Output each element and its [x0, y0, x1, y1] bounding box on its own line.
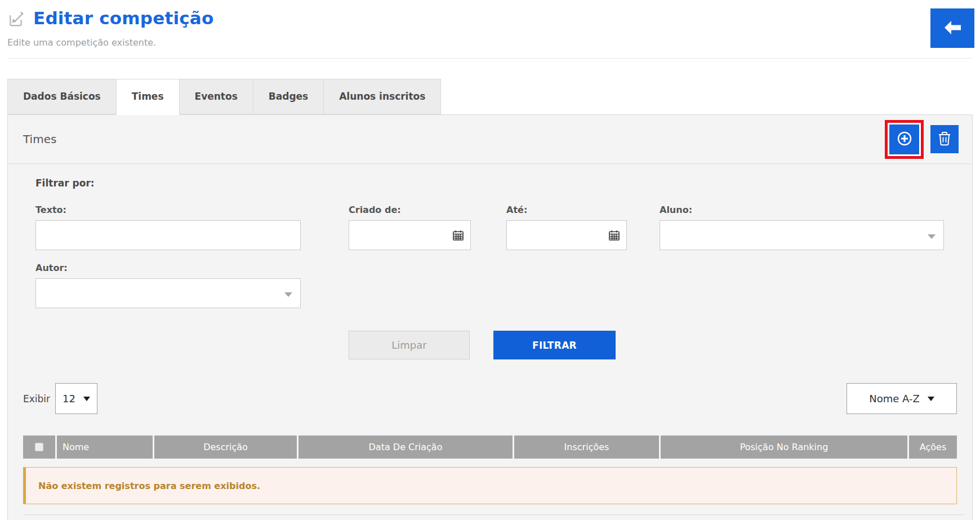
limpar-button[interactable]: Limpar: [349, 331, 470, 359]
page-title: Editar competição: [33, 8, 213, 28]
criado-de-date-input[interactable]: [349, 220, 471, 250]
tab-alunos-inscritos[interactable]: Alunos inscritos: [323, 79, 441, 114]
footer-divider: [23, 514, 965, 515]
tab-dados-basicos[interactable]: Dados Básicos: [7, 79, 117, 114]
add-team-button[interactable]: [889, 125, 919, 154]
column-header-nome[interactable]: Nome: [57, 435, 153, 459]
exibir-label: Exibir: [23, 393, 50, 405]
column-header-posicao-no-ranking[interactable]: Posição No Ranking: [661, 435, 907, 459]
sort-select[interactable]: Nome A-Z: [847, 383, 957, 414]
edit-pencil-icon: [7, 10, 25, 30]
column-header-descricao[interactable]: Descrição: [154, 435, 297, 459]
arrow-left-icon: [942, 19, 963, 38]
chevron-down-icon: [928, 397, 934, 401]
times-panel: Times: [7, 114, 973, 520]
column-header-acoes[interactable]: Ações: [909, 435, 957, 459]
chevron-down-icon: [83, 397, 90, 401]
filter-section: Filtrar por: Texto: Criado de:: [8, 164, 972, 359]
plus-circle-icon: [896, 130, 913, 149]
tab-times[interactable]: Times: [116, 79, 180, 115]
list-controls: Exibir 12 Nome A-Z: [8, 383, 972, 414]
autor-label: Autor:: [35, 263, 301, 273]
page-subtitle: Edite uma competição existente.: [7, 37, 973, 48]
filter-heading: Filtrar por:: [35, 177, 944, 189]
delete-teams-button[interactable]: [930, 125, 959, 153]
criado-de-label: Criado de:: [349, 205, 471, 215]
aluno-label: Aluno:: [660, 205, 944, 215]
annotation-highlight-box: [885, 120, 924, 159]
ate-label: Até:: [506, 205, 627, 215]
autor-select[interactable]: [35, 278, 301, 308]
chevron-down-icon: [928, 234, 936, 239]
texto-label: Texto:: [35, 205, 301, 215]
filtrar-button[interactable]: FILTRAR: [493, 331, 616, 359]
panel-title: Times: [23, 132, 56, 146]
column-header-inscricoes[interactable]: Inscrições: [514, 435, 659, 459]
sort-select-value: Nome A-Z: [869, 393, 920, 405]
column-header-data-de-criacao[interactable]: Data De Criação: [299, 435, 513, 459]
page-size-value: 12: [63, 393, 75, 405]
tab-eventos[interactable]: Eventos: [179, 79, 253, 114]
header-divider: [7, 58, 973, 59]
page-size-select[interactable]: 12: [55, 383, 97, 414]
select-all-checkbox[interactable]: [35, 443, 43, 451]
table-header-row: Nome Descrição Data De Criação Inscriçõe…: [23, 435, 957, 459]
empty-state-message: Não existem registros para serem exibido…: [38, 481, 260, 491]
table-header-checkbox-cell: [23, 435, 55, 459]
panel-actions: [885, 120, 959, 159]
empty-state-alert: Não existem registros para serem exibido…: [23, 467, 957, 504]
chevron-down-icon: [284, 292, 292, 297]
ate-date-input[interactable]: [506, 220, 627, 250]
page-header: Editar competição Edite uma competição e…: [0, 0, 980, 59]
tab-bar: Dados Básicos Times Eventos Badges Aluno…: [7, 79, 973, 114]
trash-icon: [937, 131, 952, 148]
tab-badges[interactable]: Badges: [253, 79, 324, 114]
back-button[interactable]: [930, 8, 974, 48]
panel-header: Times: [8, 115, 972, 164]
texto-input[interactable]: [35, 220, 301, 250]
aluno-select[interactable]: [660, 220, 944, 250]
